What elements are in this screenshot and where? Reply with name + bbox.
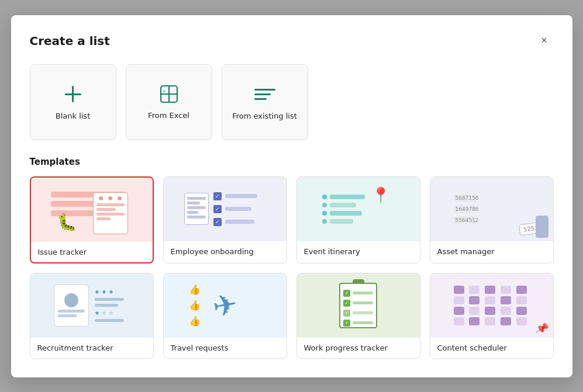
issue-tracker-label: Issue tracker [31, 242, 153, 262]
from-excel-option[interactable]: x From Excel [126, 64, 212, 140]
content-scheduler-thumb: 📌 [430, 273, 553, 338]
template-recruitment-tracker[interactable]: ★ ★ ★ ★ ★ ★ [30, 273, 154, 359]
template-content-scheduler[interactable]: 📌 Content scheduler [430, 273, 554, 359]
modal-overlay: Create a list × Blank list x [0, 0, 583, 392]
recruitment-tracker-thumb: ★ ★ ★ ★ ★ ★ [30, 273, 153, 338]
svg-text:x: x [163, 89, 165, 93]
asset-manager-thumb: 5687156 1649786 5564512 5252 [430, 177, 553, 241]
bug-icon: 🐛 [57, 213, 77, 232]
event-itinerary-label: Event itinerary [297, 241, 420, 262]
blank-list-option[interactable]: Blank list [30, 64, 116, 140]
top-options-row: Blank list x From Excel [30, 64, 554, 140]
issue-tracker-thumb: 🐛 [31, 178, 153, 242]
map-pin-icon: 📍 [371, 186, 390, 204]
templates-grid: 🐛 Issue tracker [30, 176, 554, 359]
work-progress-thumb: ✓ ✓ ✓ ✓ [297, 273, 420, 338]
notebook-graphic [93, 192, 128, 234]
close-button[interactable]: × [535, 32, 554, 50]
template-issue-tracker[interactable]: 🐛 Issue tracker [30, 176, 154, 263]
travel-requests-thumb: 👍 👍 👍 ✈ [164, 273, 287, 338]
modal-title: Create a list [30, 34, 110, 48]
employee-onboarding-label: Employee onboarding [164, 241, 287, 262]
from-excel-label: From Excel [148, 111, 189, 120]
template-work-progress[interactable]: ✓ ✓ ✓ ✓ [296, 273, 420, 359]
template-travel-requests[interactable]: 👍 👍 👍 ✈ Travel requests [163, 273, 287, 359]
templates-section-title: Templates [30, 157, 554, 167]
travel-requests-label: Travel requests [164, 338, 287, 358]
create-list-modal: Create a list × Blank list x [11, 15, 572, 377]
plus-icon [63, 84, 84, 105]
recruitment-tracker-label: Recruitment tracker [30, 338, 153, 358]
excel-icon: x [159, 84, 179, 104]
from-existing-label: From existing list [232, 112, 297, 120]
from-existing-option[interactable]: From existing list [222, 64, 308, 140]
content-scheduler-label: Content scheduler [430, 338, 553, 358]
list-icon [254, 84, 275, 105]
employee-onboarding-thumb: ✓ ✓ ✓ [164, 177, 287, 241]
asset-phone-graphic [536, 216, 548, 238]
template-event-itinerary[interactable]: 📍 [296, 176, 420, 263]
template-asset-manager[interactable]: 5687156 1649786 5564512 5252 Asset manag… [430, 176, 554, 263]
modal-header: Create a list × [30, 32, 554, 50]
event-itinerary-thumb: 📍 [297, 177, 420, 241]
template-employee-onboarding[interactable]: ✓ ✓ ✓ [163, 176, 287, 263]
work-progress-label: Work progress tracker [297, 338, 420, 358]
asset-manager-label: Asset manager [430, 241, 553, 262]
airplane-icon: ✈ [210, 286, 240, 324]
pin-icon: 📌 [534, 321, 549, 335]
blank-list-label: Blank list [56, 112, 91, 120]
